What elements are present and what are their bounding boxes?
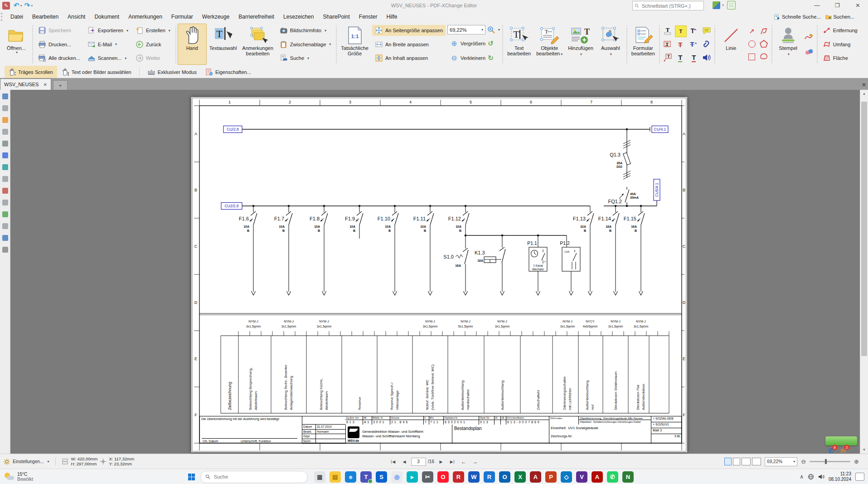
undo-icon[interactable]: ↶ (14, 1, 19, 10)
taskbar-app-acrobat[interactable]: A (592, 471, 603, 483)
vertical-scrollbar[interactable]: ▲ ▼ (860, 90, 868, 454)
weather-widget[interactable]: 15°C Bewölkt (0, 472, 73, 482)
maximize-button[interactable]: ❐ (827, 0, 848, 11)
properties-button[interactable]: Eigenschaften... (202, 66, 255, 78)
close-all-icon[interactable]: ✕ (862, 82, 866, 88)
clipboard-button[interactable]: Zwischenablage▾ (277, 39, 334, 50)
edit-objects-button[interactable]: T Objektebearbeiten▾ (533, 24, 565, 65)
callout-icon[interactable]: T (662, 52, 673, 63)
current-page-input[interactable]: 3 (411, 458, 426, 466)
fit-content-button[interactable]: An Inhalt anpassen (372, 53, 446, 64)
comment-icon[interactable] (701, 25, 712, 36)
menu-item-werkzeuge[interactable]: Werkzeuge (198, 12, 234, 22)
typewriter-icon[interactable]: T (662, 25, 673, 36)
menu-item-sharepoint[interactable]: SharePoint (318, 12, 354, 22)
zoom-in-button[interactable]: ⊕ Vergrößern ↺ (447, 38, 500, 49)
last-page-button[interactable]: ▶⟩ (448, 458, 457, 466)
panel-tool-icon-8[interactable] (2, 176, 8, 182)
fit-width-button[interactable]: An Breite anpassen (372, 39, 446, 50)
text-select-button[interactable]: T Textauswahl (207, 24, 240, 65)
taskbar-app-r-blue[interactable]: R (484, 471, 495, 483)
taskbar-app-opera[interactable]: O (437, 471, 449, 483)
exclusive-mode-button[interactable]: Exklusiver Modus (143, 66, 201, 78)
attachment-icon[interactable] (701, 39, 712, 50)
redo-icon[interactable]: ↷ (24, 1, 30, 10)
quickstart-input[interactable] (641, 3, 702, 9)
taskbar-app-chrome[interactable]: ◎ (391, 471, 402, 483)
line-tool-button[interactable]: Linie (717, 24, 746, 65)
taskbar-app-sharepoint[interactable]: S (376, 471, 387, 483)
strikeout-icon[interactable]: T (675, 39, 686, 50)
two-pages-icon[interactable] (742, 458, 751, 465)
panel-tool-icon-2[interactable] (2, 105, 8, 111)
panel-tool-icon-5[interactable] (2, 141, 8, 147)
quickstart-search[interactable] (632, 1, 704, 10)
settings-button[interactable]: Einstellungen... ▾ (0, 459, 53, 465)
rotate-cw-icon[interactable]: ↻ (488, 54, 494, 62)
underline-red-icon[interactable]: T (689, 52, 699, 63)
taskbar-app-vscode[interactable]: ◇ (561, 471, 572, 483)
screenshot-button[interactable]: Bildschirmfoto▾ (277, 25, 334, 36)
insert-text-icon[interactable]: T⌃ (689, 25, 699, 36)
zoom-out-slider-icon[interactable]: ⊖ (801, 458, 806, 465)
menu-item-lesezeichen[interactable]: Lesezeichen (279, 12, 318, 22)
select-button[interactable]: Auswahl▾ (596, 24, 625, 65)
menu-item-ansicht[interactable]: Ansicht (63, 12, 90, 22)
two-pages-continuous-icon[interactable] (752, 458, 761, 465)
edit-form-button[interactable]: Formularbearbeiten (629, 24, 658, 65)
ui-options-caret-icon[interactable]: ▾ (722, 3, 724, 7)
previous-page-button[interactable]: ◀ (400, 458, 409, 466)
taskbar-app-snipping[interactable]: ✂ (422, 471, 433, 483)
history-forward-button[interactable]: → (470, 458, 480, 466)
panel-tool-icon-13[interactable] (2, 235, 8, 241)
polyline-tool-icon[interactable] (759, 27, 768, 36)
open-button[interactable]: Öffnen...▾ (2, 24, 31, 65)
export-button[interactable]: Exportieren▾ (85, 25, 131, 36)
taskbar-app-teams[interactable]: T (360, 471, 372, 483)
undo-caret-icon[interactable]: ▾ (20, 4, 22, 8)
taskbar-app-access[interactable]: A (530, 471, 541, 483)
taskbar-app-media-player[interactable]: ▸ (407, 471, 418, 483)
arrow-tool-icon[interactable]: ↗ (749, 27, 755, 35)
panel-tool-icon-7[interactable] (2, 164, 8, 170)
panel-tool-icon-3[interactable] (2, 117, 8, 123)
close-button[interactable]: ✕ (848, 0, 868, 11)
network-globe-icon[interactable] (808, 474, 814, 480)
area-button[interactable]: Fläche (820, 53, 860, 64)
zoom-slider[interactable] (810, 461, 850, 462)
fullscreen-icon[interactable]: ⛶ (727, 1, 736, 10)
taskbar-search[interactable] (200, 471, 308, 483)
hand-tool-button[interactable]: Hand (178, 24, 207, 65)
perimeter-button[interactable]: Umfang (820, 39, 860, 50)
menu-item-anmerkungen[interactable]: Anmerkungen (124, 12, 167, 22)
mail-icon[interactable]: ✉2 (840, 447, 846, 455)
highlight-icon[interactable]: T (675, 25, 687, 37)
create-button[interactable]: Erstellen▾ (133, 25, 173, 36)
pdf-page[interactable]: 12345678AABBCCDDEEFFCU/2.8CU/4.1Q1.335AD… (191, 97, 687, 452)
search-in-files-button[interactable]: Suchen... (825, 14, 854, 20)
zoom-level-select[interactable]: 69,22%▾ (447, 25, 485, 34)
eraser-icon[interactable] (804, 47, 815, 58)
select-text-images-button[interactable]: Text oder Bilder auswählen (58, 66, 136, 78)
cloud-tool-icon[interactable] (759, 52, 768, 61)
zoom-tool-caret-icon[interactable]: ▾ (498, 28, 500, 32)
taskbar-app-file-explorer[interactable]: ▤ (330, 471, 341, 483)
menu-item-fenster[interactable]: Fenster (354, 12, 382, 22)
taskbar-app-task-view[interactable]: ▦ (314, 471, 325, 483)
scroll-up-icon[interactable]: ▲ (860, 92, 868, 96)
clock[interactable]: 11:23 08.10.2024 (829, 471, 851, 482)
minimize-button[interactable]: ― (807, 0, 827, 11)
rectangle-tool-icon[interactable] (748, 54, 755, 60)
start-button[interactable] (188, 474, 195, 480)
forward-button[interactable]: Weiter (133, 53, 173, 64)
text-box-icon[interactable]: T (662, 39, 673, 50)
presence-banner[interactable] (825, 436, 857, 445)
actual-size-button[interactable]: 1:1 TatsächlicheGröße (338, 24, 371, 65)
scan-button[interactable]: Scannen...▾ (85, 53, 131, 64)
print-button[interactable]: Drucken... (35, 39, 83, 50)
volume-icon[interactable] (818, 474, 824, 479)
taskbar-app-powerpoint[interactable]: P (545, 471, 557, 483)
email-button[interactable]: E-Mail▾ (85, 39, 131, 50)
underline-green-icon[interactable]: T (675, 52, 686, 63)
add-button[interactable]: T Hinzufügen▾ (565, 24, 596, 65)
